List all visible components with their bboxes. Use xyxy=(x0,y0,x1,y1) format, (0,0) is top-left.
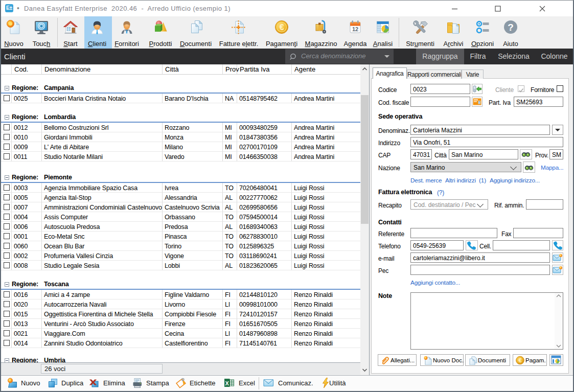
svg-text:X: X xyxy=(225,380,229,386)
svg-text:€: € xyxy=(280,23,284,32)
svg-text:€: € xyxy=(518,357,521,363)
svg-text:?: ? xyxy=(508,22,514,33)
